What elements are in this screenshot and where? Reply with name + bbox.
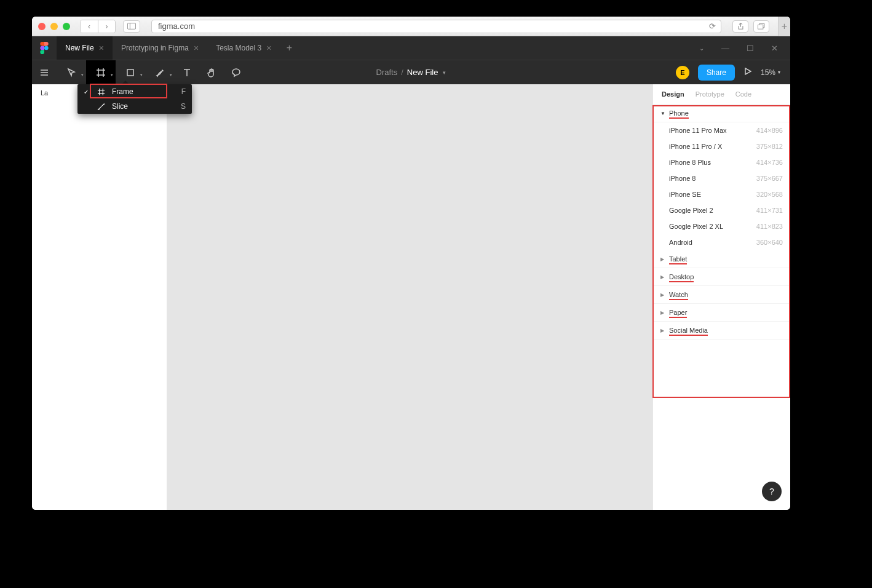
breadcrumb-file: New File [407, 68, 438, 77]
preset-item[interactable]: iPhone 8375×667 [653, 170, 790, 186]
toolbar-right: E Share 15% ▾ [676, 65, 790, 81]
help-button[interactable]: ? [762, 482, 782, 501]
close-icon[interactable]: × [194, 43, 199, 53]
app-window: ‹ › figma.com ⟳ + New File × P [32, 17, 790, 510]
traffic-lights [38, 23, 70, 30]
preset-item[interactable]: iPhone 11 Pro Max414×896 [653, 122, 790, 138]
dropdown-shortcut: F [181, 87, 186, 96]
svg-rect-0 [127, 23, 135, 30]
canvas[interactable] [167, 84, 652, 510]
frame-tool-dropdown: ✓ Frame F Slice S [77, 84, 192, 114]
url-bar[interactable]: figma.com ⟳ [151, 20, 721, 33]
preset-item[interactable]: iPhone 8 Plus414×736 [653, 154, 790, 170]
chevron-down-icon: ▾ [111, 73, 113, 77]
svg-rect-4 [127, 70, 133, 76]
svg-point-3 [44, 46, 49, 50]
tab-code[interactable]: Code [735, 90, 751, 98]
tabs-browser-icon[interactable] [753, 20, 769, 33]
preset-item-dimensions: 360×640 [756, 239, 783, 246]
text-tool[interactable] [175, 60, 199, 85]
sidebar-toggle-icon[interactable] [123, 20, 140, 33]
share-browser-icon[interactable] [732, 20, 748, 33]
new-browser-tab[interactable]: + [778, 17, 790, 36]
tab-prototyping[interactable]: Prototyping in Figma × [113, 36, 207, 60]
breadcrumb-drafts: Drafts [376, 68, 398, 77]
layers-label: La [41, 89, 48, 97]
close-icon[interactable]: × [266, 43, 271, 53]
avatar[interactable]: E [676, 66, 689, 79]
frame-tool[interactable]: ▾ [86, 60, 116, 85]
tab-tesla[interactable]: Tesla Model 3 × [207, 36, 280, 60]
chevron-down-icon: ▾ [778, 70, 780, 75]
browser-chrome: ‹ › figma.com ⟳ + [32, 17, 790, 36]
preset-item-name: iPhone 8 Plus [669, 159, 711, 166]
preset-section-social-media[interactable]: ▶Social Media [653, 322, 790, 340]
present-icon[interactable] [743, 67, 752, 78]
preset-item-dimensions: 375×812 [756, 143, 783, 150]
close-icon[interactable]: × [99, 43, 104, 53]
forward-button[interactable]: › [98, 20, 115, 33]
frame-presets: ▼PhoneiPhone 11 Pro Max414×896iPhone 11 … [653, 105, 790, 340]
dropdown-label: Frame [112, 87, 133, 96]
shape-tool[interactable]: ▾ [116, 60, 145, 85]
tab-prototype[interactable]: Prototype [696, 90, 724, 98]
figma-logo-icon[interactable] [32, 42, 57, 54]
hand-tool[interactable] [199, 60, 224, 85]
dropdown-shortcut: S [181, 102, 186, 111]
pen-tool[interactable]: ▾ [145, 60, 175, 85]
preset-item-name: iPhone 11 Pro Max [669, 127, 727, 134]
share-button[interactable]: Share [698, 65, 735, 81]
back-button[interactable]: ‹ [81, 20, 98, 33]
preset-item[interactable]: Android360×640 [653, 234, 790, 250]
chevron-down-icon[interactable]: ⌄ [699, 45, 704, 52]
layers-panel: La [32, 84, 167, 510]
preset-section-watch[interactable]: ▶Watch [653, 286, 790, 304]
preset-item[interactable]: iPhone SE320×568 [653, 186, 790, 202]
minimize-window-icon[interactable] [50, 23, 58, 30]
window-controls: ⌄ — ☐ ✕ [699, 44, 790, 53]
tab-label: New File [65, 44, 94, 52]
move-tool[interactable]: ▾ [57, 60, 86, 85]
triangle-down-icon: ▼ [660, 111, 665, 116]
chevron-down-icon: ▾ [170, 73, 172, 77]
tab-design[interactable]: Design [662, 90, 684, 98]
preset-item[interactable]: Google Pixel 2 XL411×823 [653, 218, 790, 234]
preset-item-name: iPhone 11 Pro / X [669, 143, 722, 150]
url-text: figma.com [158, 22, 195, 31]
browser-right-controls [732, 20, 769, 33]
zoom-control[interactable]: 15% ▾ [761, 68, 780, 77]
preset-item-dimensions: 414×736 [756, 159, 783, 166]
preset-section-label: Watch [669, 291, 688, 298]
close-window-icon[interactable] [38, 23, 46, 30]
breadcrumb-separator: / [401, 68, 403, 77]
new-tab-button[interactable]: + [280, 42, 298, 54]
preset-item[interactable]: iPhone 11 Pro / X375×812 [653, 138, 790, 154]
slice-icon [97, 103, 106, 111]
preset-item-dimensions: 411×731 [756, 207, 783, 214]
menu-button[interactable] [32, 60, 57, 85]
preset-section-phone[interactable]: ▼Phone [653, 105, 790, 122]
zoom-value: 15% [761, 68, 775, 77]
preset-section-desktop[interactable]: ▶Desktop [653, 268, 790, 286]
figma-tabs-bar: New File × Prototyping in Figma × Tesla … [32, 36, 790, 60]
tab-new-file[interactable]: New File × [57, 36, 113, 60]
close-icon[interactable]: ✕ [771, 44, 778, 53]
preset-item-name: Google Pixel 2 XL [669, 223, 723, 230]
preset-section-label: Desktop [669, 273, 694, 280]
dropdown-item-slice[interactable]: Slice S [77, 99, 192, 114]
preset-section-paper[interactable]: ▶Paper [653, 304, 790, 322]
maximize-icon[interactable]: ☐ [747, 44, 754, 53]
maximize-window-icon[interactable] [63, 23, 70, 30]
minimize-icon[interactable]: — [721, 44, 729, 53]
preset-item[interactable]: Google Pixel 2411×731 [653, 202, 790, 218]
comment-tool[interactable] [224, 60, 248, 85]
reload-icon[interactable]: ⟳ [709, 22, 716, 31]
breadcrumb[interactable]: Drafts / New File ▾ [376, 68, 446, 77]
chevron-down-icon: ▾ [140, 73, 143, 77]
dropdown-label: Slice [112, 102, 128, 111]
preset-item-name: Google Pixel 2 [669, 207, 713, 214]
chevron-down-icon: ▾ [443, 70, 446, 76]
main-area: La Design Prototype Code ▼PhoneiPhone 11… [32, 84, 790, 510]
dropdown-item-frame[interactable]: ✓ Frame F [77, 84, 192, 99]
preset-section-tablet[interactable]: ▶Tablet [653, 250, 790, 268]
